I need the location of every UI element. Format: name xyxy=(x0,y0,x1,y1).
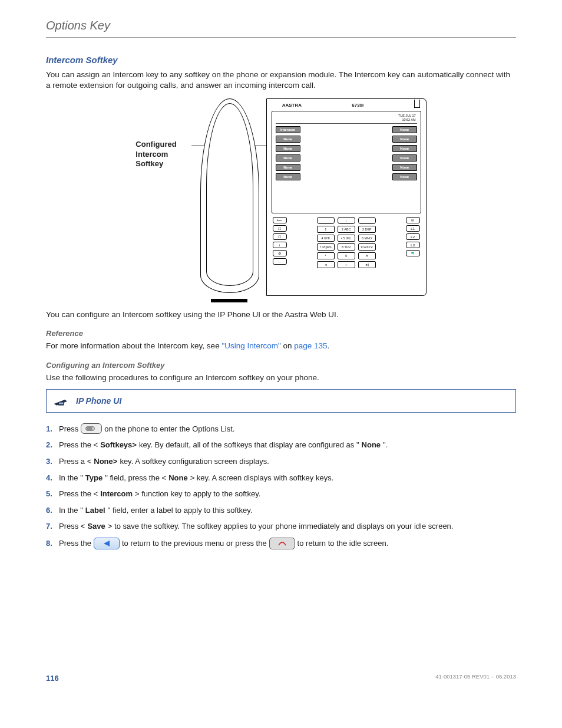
softkey: None xyxy=(392,154,417,162)
line-key: L3 xyxy=(406,242,420,248)
speaker-key: ⇋ xyxy=(406,250,420,256)
step-text: key. A softkey configuration screen disp… xyxy=(120,456,269,467)
keypad-area: ⟵ ☐ ☐ i ⚙ ← ↕ 1 2 ABC xyxy=(272,217,421,268)
fn-button: ☐ xyxy=(273,233,287,240)
step-text: In the " xyxy=(59,505,83,516)
page-footer: 116 41-001317-05 REV01 – 06.2013 xyxy=(46,673,516,684)
softkey: None xyxy=(276,136,300,143)
led-icon xyxy=(414,100,420,108)
step-text: Press < xyxy=(59,521,85,532)
step-text: In the " xyxy=(59,473,83,483)
reference-heading: Reference xyxy=(46,328,516,339)
step-text: to return to the idle screen. xyxy=(297,538,389,549)
ref-post: . xyxy=(328,341,330,350)
vol-key: ◄) xyxy=(358,261,376,268)
phone-illustration: AASTRA 6739i TUE JUL 17 10:52 AM Interco… xyxy=(197,98,427,299)
dial-key: 8 TUV xyxy=(338,243,355,251)
procedure-header-box: IP Phone UI xyxy=(46,389,516,413)
fn-button: ⟵ xyxy=(273,217,287,223)
phone-model: 6739i xyxy=(352,103,363,109)
step-text: " field, press the < xyxy=(105,473,166,483)
svg-rect-2 xyxy=(59,403,63,404)
step-text: on the phone to enter the Options List. xyxy=(104,424,234,434)
svg-rect-3 xyxy=(86,427,94,430)
voicemail-key: ✉ xyxy=(406,217,420,223)
ref-mid: on xyxy=(281,341,295,350)
softkey: None xyxy=(392,126,417,133)
phone-screen: TUE JUL 17 10:52 AM Intercom None None N… xyxy=(272,111,421,213)
softkey: None xyxy=(392,145,417,152)
reference-text: For more information about the Intercom … xyxy=(46,341,516,351)
step-3: Press a <None> key. A softkey configurat… xyxy=(46,456,516,467)
step-text: ". xyxy=(383,440,388,450)
options-key-icon xyxy=(81,423,102,434)
step-5: Press the <Intercom> function key to app… xyxy=(46,489,516,499)
ref-pre: For more information about the Intercom … xyxy=(46,341,222,350)
steps-list: Press on the phone to enter the Options … xyxy=(46,423,516,549)
softkey: None xyxy=(276,164,300,171)
step-bold: Softkeys> xyxy=(100,440,137,450)
back-button-icon xyxy=(94,538,120,549)
fn-button: i xyxy=(273,242,287,248)
fn-button: ← xyxy=(273,258,287,265)
doc-id: 41-001317-05 REV01 – 06.2013 xyxy=(435,673,516,684)
dial-key: 4 GHI xyxy=(317,235,335,242)
nav-key: ↕ xyxy=(338,217,355,224)
vol-key: ◄ xyxy=(317,261,335,268)
step-text: > to save the softkey. The softkey appli… xyxy=(108,521,454,532)
step-1: Press on the phone to enter the Options … xyxy=(46,423,516,434)
after-figure-text: You can configure an Intercom softkey us… xyxy=(46,309,516,320)
step-6: In the "Label" field, enter a label to a… xyxy=(46,505,516,516)
step-text: Press xyxy=(59,424,78,434)
dial-key: * xyxy=(317,252,335,259)
using-intercom-link[interactable]: "Using Intercom" xyxy=(222,341,280,350)
dial-key: 1 xyxy=(317,226,335,233)
page-number: 116 xyxy=(46,673,59,684)
step-text: Press the xyxy=(59,538,91,549)
step-bold: Type xyxy=(85,473,103,483)
figure-callout: Configured Intercom Softkey xyxy=(135,140,176,170)
phone-figure: Configured Intercom Softkey AASTRA 6739i… xyxy=(46,98,516,299)
dial-key: # xyxy=(358,252,376,259)
phone-brand: AASTRA xyxy=(282,103,302,109)
screen-datetime: TUE JUL 17 10:52 AM xyxy=(276,114,417,123)
step-2: Press the <Softkeys> key. By default, al… xyxy=(46,440,516,450)
step-text: Press the < xyxy=(59,440,98,450)
callout-text: Configured Intercom Softkey xyxy=(135,140,176,170)
handset-dock xyxy=(211,299,247,302)
configuring-text: Use the following procedures to configur… xyxy=(46,373,516,383)
fn-left-col: ⟵ ☐ ☐ i ⚙ ← xyxy=(273,217,287,268)
step-text: " field, enter a label to apply to this … xyxy=(108,505,253,516)
dial-key: 3 DEF xyxy=(358,226,376,233)
dial-key: • 5 JKL xyxy=(338,235,355,242)
softkey: None xyxy=(392,164,417,171)
step-bold: Intercom xyxy=(100,489,133,499)
hangup-key xyxy=(358,217,376,224)
page-135-link[interactable]: page 135 xyxy=(294,341,327,350)
softkey: None xyxy=(276,145,300,152)
step-text: Press a < xyxy=(59,456,91,467)
softkey: None xyxy=(392,173,417,180)
dial-key: 9 WXYZ xyxy=(358,243,376,251)
dial-key: 6 MNO xyxy=(358,235,376,242)
step-bold: None xyxy=(168,473,188,483)
fn-right-col: ✉ L1 L2 L3 ⇋ xyxy=(406,217,420,268)
line-key: L1 xyxy=(406,225,420,232)
fn-button: ☐ xyxy=(273,225,287,232)
softkey: None xyxy=(392,136,417,143)
step-bold: None xyxy=(362,440,381,450)
configuring-heading: Configuring an Intercom Softkey xyxy=(46,360,516,371)
step-text: key. By default, all of the softkeys tha… xyxy=(139,440,359,450)
dial-key: 7 PQRS xyxy=(317,243,335,251)
page-header: Options Key xyxy=(46,18,516,38)
step-bold: None> xyxy=(94,456,117,467)
handset-inner xyxy=(206,103,253,286)
dial-key: 2 ABC xyxy=(338,226,355,233)
step-7: Press <Save> to save the softkey. The so… xyxy=(46,521,516,532)
fn-button: ⚙ xyxy=(273,250,287,256)
softkey: None xyxy=(276,173,300,180)
vol-key: ☼ xyxy=(338,261,355,268)
dial-pad: ↕ 1 2 ABC 3 DEF 4 GHI • 5 JKL 6 MNO 7 PQ… xyxy=(317,217,376,268)
procedure-title: IP Phone UI xyxy=(76,396,121,407)
dial-key: 0 xyxy=(338,252,355,259)
